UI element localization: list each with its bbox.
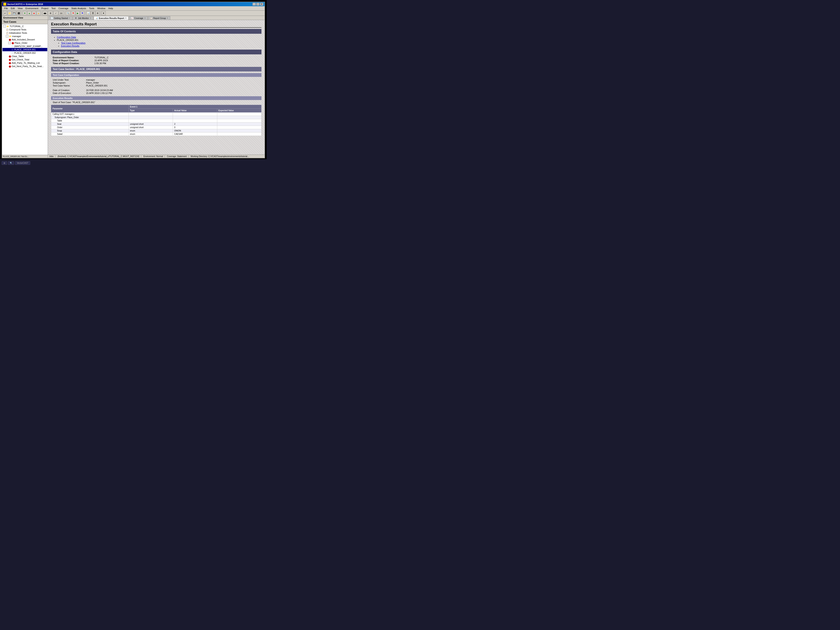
tree-item-get-next[interactable]: ⬤ Get_Next_Party_To_Be_Seat... — [3, 65, 47, 68]
tree-item-compound[interactable]: 📋 Compound Tests — [3, 28, 47, 31]
sidebar-tree: - 📁 TUTORIAL_C 📋 Compound Tests 📋 — [2, 24, 48, 155]
tab-close-gs[interactable]: ✕ — [69, 17, 70, 19]
tab-icon-rg: 📋 — [150, 17, 153, 19]
tree-item-get-check[interactable]: ⬤ Get_Check_Total — [3, 58, 47, 61]
date-created-label: Date of Creation: — [53, 89, 86, 92]
tree-item-map-csv[interactable]: 📄 (MAP)CSV_MAP_EXAMP... — [3, 44, 47, 48]
tab-close-rg[interactable]: ✕ — [167, 17, 168, 19]
toolbar-arrow-up[interactable]: ▲ — [36, 11, 41, 15]
toolbar-stop[interactable]: ■ — [32, 11, 36, 15]
toolbar-flag-grn[interactable]: ▶ — [76, 11, 80, 15]
tab-close-cov[interactable]: ✕ — [144, 17, 146, 19]
table-row: Subprogram: Place_Order — [51, 116, 262, 119]
toolbar-run[interactable]: ▲ — [27, 11, 32, 15]
tree-item-clear[interactable]: ⬤ Clear_Table — [3, 55, 47, 58]
col-subheader-actual: Actual Value — [173, 109, 217, 112]
date-exec-label: Date of Execution: — [53, 92, 86, 95]
toc-place001: PLACE_ORDER.001 — [57, 39, 78, 41]
tree-expand-manager[interactable]: - — [6, 35, 8, 38]
toc-exec-results-link[interactable]: Execution Results — [61, 44, 79, 47]
close-button[interactable]: ✕ — [260, 3, 263, 6]
tree-item-place002[interactable]: 📄 PLACE_ORDER.002 — [3, 51, 47, 55]
taskbar-app[interactable]: VectorCAST — [15, 161, 30, 165]
tree-item-place-order[interactable]: - ⬤ Place_Order — [3, 41, 47, 44]
toolbar-chart[interactable]: 📊 — [86, 11, 90, 15]
menu-window[interactable]: Window — [96, 7, 107, 10]
toolbar-db[interactable]: 🗄 — [91, 11, 95, 15]
actual-soup: ONION — [173, 129, 217, 133]
minimize-button[interactable]: _ — [253, 3, 256, 6]
menu-environment[interactable]: Environment — [24, 7, 39, 10]
tab-row-1: 📄 Getting Started ✕ ⚙ Job Monitor ✕ � — [48, 16, 265, 20]
toc-config-link[interactable]: Configuration Data — [57, 36, 76, 38]
menu-help[interactable]: Help — [107, 7, 114, 10]
toolbar-btn-a[interactable]: ◀▶ — [43, 11, 47, 15]
icon-add-inc: ⬤ — [8, 38, 11, 41]
tree-item-init[interactable]: 📋 Initialization Tests — [3, 31, 47, 35]
tree-label-add-inc: Add_Included_Dessert — [12, 38, 35, 41]
menu-test[interactable]: Test — [50, 7, 57, 10]
tree-item-add-party[interactable]: ⬤ Add_Party_To_Waiting_List — [3, 61, 47, 65]
time-value: 1:55:30 PM — [95, 62, 106, 65]
icon-get-check: ⬤ — [8, 58, 11, 61]
tree-expand-place[interactable]: - — [8, 42, 11, 44]
tab-label-jm: Job Monitor — [78, 17, 89, 19]
sidebar-label2: Test Cases — [2, 20, 48, 24]
toolbar-btn-b[interactable]: ⚙ — [48, 11, 53, 15]
maximize-button[interactable]: □ — [256, 3, 260, 6]
toolbar-build[interactable]: ▼ — [23, 11, 27, 15]
toolbar-search[interactable]: 🔍 — [66, 11, 71, 15]
tree-item-tutorial[interactable]: - 📁 TUTORIAL_C — [3, 25, 47, 28]
table-row: Order unsigned short 0 — [51, 126, 262, 129]
tree-item-add-inc[interactable]: ⬤ Add_Included_Dessert — [3, 38, 47, 41]
toolbar-flag-red[interactable]: ⚑ — [71, 11, 75, 15]
date-exec-value: 15 APR 2019 1:55:12 PM — [86, 92, 112, 95]
type-seat: unsigned short — [128, 123, 173, 126]
toolbar-btn-d[interactable]: (x) — [59, 11, 64, 15]
taskbar-search[interactable]: 🔍 — [8, 161, 14, 165]
toolbar-new[interactable]: ↩ — [3, 11, 7, 15]
menu-edit[interactable]: Edit — [9, 7, 16, 10]
tab-execution-results[interactable]: 📊 Execution Results Report ✕ — [94, 16, 129, 20]
tree-label-map-csv: (MAP)CSV_MAP_EXAMP... — [14, 45, 43, 47]
sidebar: Environment View Test Cases - 📁 TUTORIAL… — [2, 16, 48, 158]
toolbar-open[interactable]: 📁 — [8, 11, 12, 15]
toolbar-extra[interactable]: ▼ — [101, 11, 106, 15]
tree-label-place001: PLACE_ORDER.001 — [14, 48, 36, 51]
toc-testcase-config-link[interactable]: Test Case Configuration — [61, 42, 85, 44]
tab-getting-started[interactable]: 📄 Getting Started ✕ — [49, 16, 72, 20]
toolbar-gear[interactable]: ⚙ — [95, 11, 99, 15]
tab-close-jm[interactable]: ✕ — [90, 17, 92, 19]
tree-expand-tutorial[interactable]: - — [3, 25, 6, 27]
results-table: Parameter Event 1 Type Actual Value Expe… — [51, 105, 262, 136]
toc-header: Table Of Contents — [51, 29, 262, 34]
toolbar-copy[interactable]: ⬛ — [17, 11, 21, 15]
tab-coverage[interactable]: 📈 Coverage ✕ — [129, 16, 147, 20]
menu-view[interactable]: View — [16, 7, 24, 10]
toolbar-flag2[interactable]: ⚑ — [80, 11, 84, 15]
tree-label-init: Initialization Tests — [9, 32, 27, 34]
menu-tools[interactable]: Tools — [88, 7, 96, 10]
table-row: Table — [51, 119, 262, 123]
tab-report-group[interactable]: 📋 Report Group ✕ — [148, 16, 171, 20]
col-header-event1: Event 1 — [128, 105, 261, 109]
toolbar-sep2 — [41, 11, 42, 15]
testcase-label: Test Case Name: — [53, 84, 86, 87]
tab-job-monitor[interactable]: ⚙ Job Monitor ✕ — [73, 16, 93, 20]
uut-value: manager — [86, 79, 95, 81]
taskbar-start[interactable]: ⊞ — [2, 161, 7, 165]
tree-item-place001[interactable]: ☑ PLACE_ORDER.001 — [3, 48, 47, 51]
app-icon — [3, 3, 6, 6]
menu-static-analysis[interactable]: Static Analysis — [70, 7, 87, 10]
param-soup: Soup — [51, 129, 129, 133]
tree-item-manager[interactable]: - 📁 manager — [3, 35, 47, 38]
toolbar-save[interactable]: 💾 — [12, 11, 16, 15]
exec-results-header: Execution Results — [51, 96, 262, 100]
menu-file[interactable]: File — [3, 7, 9, 10]
toolbar-btn-c[interactable]: ✓ — [53, 11, 58, 15]
col-subheader-type: Type — [128, 109, 173, 112]
menu-coverage[interactable]: Coverage — [57, 7, 70, 10]
menu-project[interactable]: Project — [40, 7, 50, 10]
tab-close-er[interactable]: ✕ — [125, 17, 127, 19]
tab-label-er: Execution Results Report — [99, 17, 125, 19]
